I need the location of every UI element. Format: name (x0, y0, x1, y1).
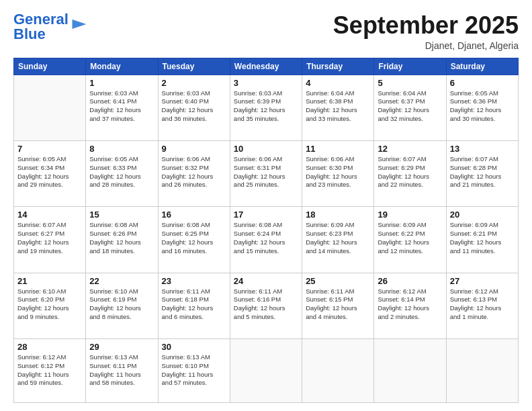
day-info: Sunrise: 6:04 AM Sunset: 6:37 PM Dayligh… (378, 89, 442, 124)
calendar-cell: 25Sunrise: 6:11 AM Sunset: 6:15 PM Dayli… (302, 273, 374, 338)
day-number: 13 (450, 144, 515, 154)
day-info: Sunrise: 6:06 AM Sunset: 6:32 PM Dayligh… (162, 155, 226, 189)
calendar-cell (374, 338, 446, 402)
day-info: Sunrise: 6:07 AM Sunset: 6:28 PM Dayligh… (450, 155, 515, 189)
header: GeneralBlue September 2025 Djanet, Djane… (13, 12, 519, 51)
svg-marker-0 (72, 19, 86, 29)
day-info: Sunrise: 6:08 AM Sunset: 6:25 PM Dayligh… (162, 221, 226, 255)
calendar-cell (446, 338, 518, 402)
day-number: 4 (306, 78, 370, 88)
calendar-cell: 26Sunrise: 6:12 AM Sunset: 6:14 PM Dayli… (374, 273, 446, 338)
day-number: 14 (17, 210, 82, 220)
day-info: Sunrise: 6:12 AM Sunset: 6:14 PM Dayligh… (378, 287, 442, 322)
day-info: Sunrise: 6:12 AM Sunset: 6:13 PM Dayligh… (450, 287, 515, 322)
day-number: 28 (17, 342, 82, 352)
day-info: Sunrise: 6:08 AM Sunset: 6:24 PM Dayligh… (234, 221, 298, 255)
weekday-header: Sunday (14, 58, 86, 75)
day-number: 3 (234, 78, 298, 88)
calendar-cell: 15Sunrise: 6:08 AM Sunset: 6:26 PM Dayli… (86, 207, 158, 273)
calendar-table: SundayMondayTuesdayWednesdayThursdayFrid… (13, 58, 519, 403)
calendar-cell (230, 338, 302, 402)
day-info: Sunrise: 6:11 AM Sunset: 6:15 PM Dayligh… (306, 287, 370, 322)
day-number: 27 (450, 276, 515, 286)
calendar-cell: 22Sunrise: 6:10 AM Sunset: 6:19 PM Dayli… (86, 273, 158, 338)
calendar-cell: 16Sunrise: 6:08 AM Sunset: 6:25 PM Dayli… (158, 207, 230, 273)
page: GeneralBlue September 2025 Djanet, Djane… (0, 0, 532, 411)
day-number: 24 (234, 276, 298, 286)
location: Djanet, Djanet, Algeria (333, 40, 519, 51)
calendar-cell: 14Sunrise: 6:07 AM Sunset: 6:27 PM Dayli… (14, 207, 86, 273)
day-info: Sunrise: 6:07 AM Sunset: 6:27 PM Dayligh… (17, 221, 82, 255)
calendar-cell: 11Sunrise: 6:06 AM Sunset: 6:30 PM Dayli… (302, 140, 374, 206)
day-info: Sunrise: 6:09 AM Sunset: 6:23 PM Dayligh… (306, 221, 370, 255)
day-number: 6 (450, 78, 515, 88)
day-number: 20 (450, 210, 515, 220)
calendar-cell: 1Sunrise: 6:03 AM Sunset: 6:41 PM Daylig… (86, 75, 158, 140)
day-info: Sunrise: 6:07 AM Sunset: 6:29 PM Dayligh… (378, 155, 442, 189)
calendar-cell: 4Sunrise: 6:04 AM Sunset: 6:38 PM Daylig… (302, 75, 374, 140)
day-number: 12 (378, 144, 442, 154)
calendar-cell: 29Sunrise: 6:13 AM Sunset: 6:11 PM Dayli… (86, 338, 158, 402)
day-number: 9 (162, 144, 226, 154)
title-block: September 2025 Djanet, Djanet, Algeria (333, 12, 519, 51)
calendar-cell: 19Sunrise: 6:09 AM Sunset: 6:22 PM Dayli… (374, 207, 446, 273)
day-info: Sunrise: 6:03 AM Sunset: 6:39 PM Dayligh… (234, 89, 298, 124)
day-info: Sunrise: 6:11 AM Sunset: 6:18 PM Dayligh… (162, 287, 226, 322)
day-number: 21 (17, 276, 82, 286)
day-number: 10 (234, 144, 298, 154)
day-info: Sunrise: 6:03 AM Sunset: 6:40 PM Dayligh… (162, 89, 226, 124)
day-number: 23 (162, 276, 226, 286)
calendar-cell: 18Sunrise: 6:09 AM Sunset: 6:23 PM Dayli… (302, 207, 374, 273)
calendar-cell: 6Sunrise: 6:05 AM Sunset: 6:36 PM Daylig… (446, 75, 518, 140)
calendar-cell: 27Sunrise: 6:12 AM Sunset: 6:13 PM Dayli… (446, 273, 518, 338)
day-number: 19 (378, 210, 442, 220)
day-info: Sunrise: 6:11 AM Sunset: 6:16 PM Dayligh… (234, 287, 298, 322)
weekday-header: Wednesday (230, 58, 302, 75)
day-info: Sunrise: 6:13 AM Sunset: 6:10 PM Dayligh… (162, 353, 226, 387)
day-info: Sunrise: 6:10 AM Sunset: 6:19 PM Dayligh… (89, 287, 154, 322)
calendar-cell: 12Sunrise: 6:07 AM Sunset: 6:29 PM Dayli… (374, 140, 446, 206)
day-info: Sunrise: 6:10 AM Sunset: 6:20 PM Dayligh… (17, 287, 82, 322)
day-number: 11 (306, 144, 370, 154)
day-info: Sunrise: 6:04 AM Sunset: 6:38 PM Dayligh… (306, 89, 370, 124)
calendar-cell: 10Sunrise: 6:06 AM Sunset: 6:31 PM Dayli… (230, 140, 302, 206)
calendar-cell: 3Sunrise: 6:03 AM Sunset: 6:39 PM Daylig… (230, 75, 302, 140)
logo-text: GeneralBlue (13, 12, 69, 42)
calendar-cell: 2Sunrise: 6:03 AM Sunset: 6:40 PM Daylig… (158, 75, 230, 140)
calendar-cell: 8Sunrise: 6:05 AM Sunset: 6:33 PM Daylig… (86, 140, 158, 206)
day-number: 26 (378, 276, 442, 286)
day-number: 2 (162, 78, 226, 88)
day-number: 8 (89, 144, 154, 154)
weekday-header: Thursday (302, 58, 374, 75)
calendar-cell: 30Sunrise: 6:13 AM Sunset: 6:10 PM Dayli… (158, 338, 230, 402)
day-number: 22 (89, 276, 154, 286)
day-info: Sunrise: 6:12 AM Sunset: 6:12 PM Dayligh… (17, 353, 82, 387)
calendar-cell: 28Sunrise: 6:12 AM Sunset: 6:12 PM Dayli… (14, 338, 86, 402)
day-number: 25 (306, 276, 370, 286)
day-number: 7 (17, 144, 82, 154)
day-number: 29 (89, 342, 154, 352)
day-info: Sunrise: 6:09 AM Sunset: 6:22 PM Dayligh… (378, 221, 442, 255)
day-info: Sunrise: 6:13 AM Sunset: 6:11 PM Dayligh… (89, 353, 154, 387)
calendar-cell: 21Sunrise: 6:10 AM Sunset: 6:20 PM Dayli… (14, 273, 86, 338)
calendar-cell: 7Sunrise: 6:05 AM Sunset: 6:34 PM Daylig… (14, 140, 86, 206)
calendar-cell: 17Sunrise: 6:08 AM Sunset: 6:24 PM Dayli… (230, 207, 302, 273)
day-number: 17 (234, 210, 298, 220)
day-info: Sunrise: 6:03 AM Sunset: 6:41 PM Dayligh… (89, 89, 154, 124)
day-number: 1 (89, 78, 154, 88)
weekday-header: Monday (86, 58, 158, 75)
day-number: 5 (378, 78, 442, 88)
calendar-cell: 23Sunrise: 6:11 AM Sunset: 6:18 PM Dayli… (158, 273, 230, 338)
month-title: September 2025 (333, 12, 519, 39)
day-info: Sunrise: 6:05 AM Sunset: 6:34 PM Dayligh… (17, 155, 82, 189)
weekday-header: Friday (374, 58, 446, 75)
day-number: 18 (306, 210, 370, 220)
day-info: Sunrise: 6:05 AM Sunset: 6:36 PM Dayligh… (450, 89, 515, 124)
day-number: 16 (162, 210, 226, 220)
calendar-cell (14, 75, 86, 140)
calendar-cell (302, 338, 374, 402)
logo-arrow-icon (70, 19, 89, 29)
calendar-cell: 5Sunrise: 6:04 AM Sunset: 6:37 PM Daylig… (374, 75, 446, 140)
logo: GeneralBlue (13, 12, 89, 42)
day-info: Sunrise: 6:09 AM Sunset: 6:21 PM Dayligh… (450, 221, 515, 255)
